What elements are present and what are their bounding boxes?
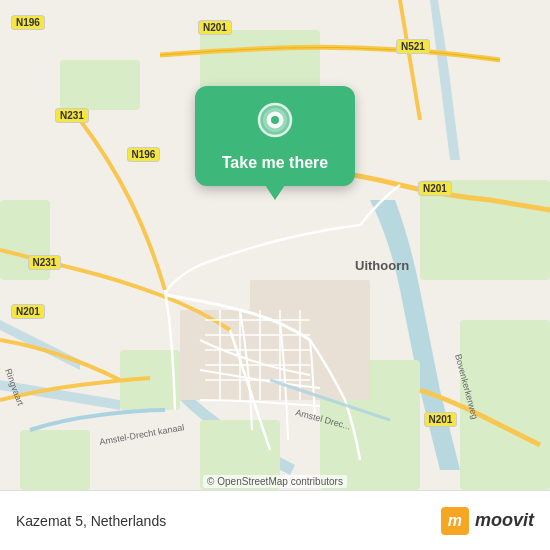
location-pin-icon <box>253 102 297 146</box>
location-label: Kazemat 5, Netherlands <box>16 513 166 529</box>
moovit-logo: m moovit <box>441 507 534 535</box>
road-badge-n231: N231 <box>55 108 89 123</box>
map-attribution: © OpenStreetMap contributors <box>203 475 347 488</box>
road-badge-n231-bottom: N231 <box>28 255 62 270</box>
road-badge-n201-top: N201 <box>198 20 232 35</box>
svg-rect-2 <box>200 30 320 90</box>
svg-rect-9 <box>20 430 90 490</box>
moovit-logo-text: moovit <box>475 510 534 531</box>
road-badge-n201-right: N201 <box>418 181 452 196</box>
svg-point-30 <box>271 116 279 124</box>
take-me-there-popup[interactable]: Take me there <box>195 86 355 186</box>
bottom-bar: Kazemat 5, Netherlands m moovit <box>0 490 550 550</box>
road-badge-n201-br: N201 <box>424 412 458 427</box>
road-badge-n201-bl: N201 <box>11 304 45 319</box>
road-badge-n521: N521 <box>396 39 430 54</box>
svg-text:Uithoorn: Uithoorn <box>355 258 409 273</box>
map-container: Uithoorn Amstel-Drecht kanaal Amstel Dre… <box>0 0 550 490</box>
svg-rect-1 <box>60 60 140 110</box>
road-badge-n196-top: N196 <box>11 15 45 30</box>
moovit-logo-icon: m <box>441 507 469 535</box>
road-badge-n196: N196 <box>127 147 161 162</box>
take-me-there-button[interactable]: Take me there <box>222 154 328 172</box>
